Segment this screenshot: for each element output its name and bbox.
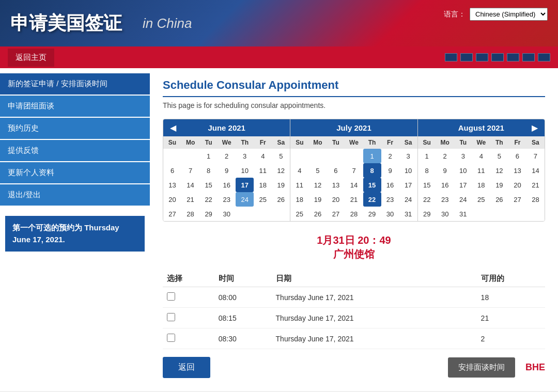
table-row[interactable]: 31 bbox=[399, 207, 417, 221]
appt-checkbox-0[interactable] bbox=[167, 292, 175, 301]
table-row[interactable]: 13 bbox=[508, 163, 526, 178]
table-row[interactable]: 27 bbox=[327, 207, 345, 221]
table-row[interactable]: 21 bbox=[181, 192, 199, 207]
table-row[interactable]: 12 bbox=[490, 163, 508, 178]
table-row[interactable]: 4 bbox=[290, 163, 308, 178]
table-row[interactable]: 29 bbox=[199, 207, 218, 221]
sidebar-item-group-appt[interactable]: 申请团组面谈 bbox=[0, 96, 150, 117]
table-row[interactable]: 12 bbox=[272, 163, 290, 178]
table-row[interactable]: 7 bbox=[181, 163, 199, 178]
table-row[interactable]: 27 bbox=[163, 207, 181, 221]
table-row[interactable]: 6 bbox=[163, 163, 181, 178]
table-row[interactable]: 1 bbox=[199, 149, 218, 163]
sidebar-item-feedback[interactable]: 提供反馈 bbox=[0, 140, 150, 161]
table-row[interactable]: 16 bbox=[381, 178, 399, 192]
language-select[interactable]: Chinese (Simplified) English bbox=[470, 8, 548, 21]
appt-checkbox-cell[interactable] bbox=[163, 287, 214, 308]
appt-checkbox-1[interactable] bbox=[167, 313, 175, 321]
table-row[interactable]: 3 bbox=[399, 149, 417, 163]
table-row[interactable]: 11 bbox=[290, 178, 308, 192]
table-row[interactable]: 24 bbox=[236, 192, 254, 207]
table-row[interactable]: 23 bbox=[436, 192, 454, 207]
table-row[interactable]: 16 bbox=[218, 178, 236, 192]
schedule-button[interactable]: 安排面谈时间 bbox=[448, 357, 515, 378]
sidebar-item-new-appt[interactable]: 新的签证申请 / 安排面谈时间 bbox=[0, 73, 150, 95]
sidebar-item-logout[interactable]: 退出/登出 bbox=[0, 184, 150, 206]
table-row[interactable]: 2 bbox=[218, 149, 236, 163]
table-row[interactable]: 19 bbox=[490, 178, 508, 192]
table-row[interactable]: 15 bbox=[363, 178, 381, 192]
appt-checkbox-cell[interactable] bbox=[163, 328, 214, 349]
table-row[interactable]: 11 bbox=[472, 163, 490, 178]
table-row[interactable]: 3 bbox=[454, 149, 472, 163]
table-row[interactable]: 28 bbox=[181, 207, 199, 221]
table-row[interactable]: 5 bbox=[308, 163, 327, 178]
sidebar-item-profile[interactable]: 更新个人资料 bbox=[0, 162, 150, 183]
table-row[interactable]: 3 bbox=[236, 149, 254, 163]
table-row[interactable]: 24 bbox=[399, 192, 417, 207]
table-row[interactable]: 20 bbox=[163, 192, 181, 207]
table-row[interactable]: 17 bbox=[236, 178, 254, 192]
table-row[interactable]: 15 bbox=[418, 178, 436, 192]
table-row[interactable]: 2 bbox=[381, 149, 399, 163]
table-row[interactable]: 27 bbox=[508, 192, 526, 207]
table-row[interactable]: 4 bbox=[472, 149, 490, 163]
table-row[interactable]: 19 bbox=[308, 192, 327, 207]
table-row[interactable]: 1 bbox=[363, 149, 381, 163]
table-row[interactable]: 10 bbox=[236, 163, 254, 178]
table-row[interactable]: 13 bbox=[163, 178, 181, 192]
table-row[interactable]: 7 bbox=[526, 149, 545, 163]
table-row[interactable]: 29 bbox=[418, 207, 436, 221]
back-button[interactable]: 返回 bbox=[163, 357, 210, 378]
table-row[interactable]: 29 bbox=[363, 207, 381, 221]
appt-checkbox-2[interactable] bbox=[167, 334, 175, 342]
table-row[interactable]: 25 bbox=[290, 207, 308, 221]
prev-month-button[interactable]: ◀ bbox=[166, 123, 180, 133]
table-row[interactable]: 30 bbox=[218, 207, 236, 221]
table-row[interactable]: 21 bbox=[526, 178, 545, 192]
table-row[interactable]: 9 bbox=[218, 163, 236, 178]
table-row[interactable]: 25 bbox=[254, 192, 272, 207]
table-row[interactable]: 22 bbox=[363, 192, 381, 207]
table-row[interactable]: 23 bbox=[218, 192, 236, 207]
appt-checkbox-cell[interactable] bbox=[163, 308, 214, 328]
table-row[interactable]: 24 bbox=[454, 192, 472, 207]
table-row[interactable]: 4 bbox=[254, 149, 272, 163]
table-row[interactable]: 15 bbox=[199, 178, 218, 192]
table-row[interactable]: 25 bbox=[472, 192, 490, 207]
table-row[interactable]: 14 bbox=[526, 163, 545, 178]
table-row[interactable]: 28 bbox=[345, 207, 363, 221]
table-row[interactable]: 19 bbox=[272, 178, 290, 192]
table-row[interactable]: 28 bbox=[526, 192, 545, 207]
table-row[interactable]: 30 bbox=[381, 207, 399, 221]
table-row[interactable]: 26 bbox=[272, 192, 290, 207]
table-row[interactable]: 8 bbox=[199, 163, 218, 178]
table-row[interactable]: 12 bbox=[308, 178, 327, 192]
table-row[interactable]: 18 bbox=[290, 192, 308, 207]
table-row[interactable]: 22 bbox=[199, 192, 218, 207]
table-row[interactable]: 10 bbox=[399, 163, 417, 178]
table-row[interactable]: 9 bbox=[381, 163, 399, 178]
table-row[interactable]: 2 bbox=[436, 149, 454, 163]
table-row[interactable]: 10 bbox=[454, 163, 472, 178]
table-row[interactable]: 1 bbox=[418, 149, 436, 163]
table-row[interactable]: 20 bbox=[508, 178, 526, 192]
table-row[interactable]: 23 bbox=[381, 192, 399, 207]
table-row[interactable]: 31 bbox=[454, 207, 472, 221]
table-row[interactable]: 5 bbox=[490, 149, 508, 163]
table-row[interactable]: 9 bbox=[436, 163, 454, 178]
table-row[interactable]: 7 bbox=[345, 163, 363, 178]
table-row[interactable]: 8 bbox=[418, 163, 436, 178]
sidebar-item-history[interactable]: 预约历史 bbox=[0, 118, 150, 139]
table-row[interactable]: 17 bbox=[454, 178, 472, 192]
table-row[interactable]: 13 bbox=[327, 178, 345, 192]
table-row[interactable]: 11 bbox=[254, 163, 272, 178]
table-row[interactable]: 21 bbox=[345, 192, 363, 207]
table-row[interactable]: 26 bbox=[308, 207, 327, 221]
table-row[interactable]: 18 bbox=[472, 178, 490, 192]
table-row[interactable]: 30 bbox=[436, 207, 454, 221]
table-row[interactable]: 14 bbox=[345, 178, 363, 192]
next-month-button[interactable]: ▶ bbox=[528, 123, 542, 133]
table-row[interactable]: 6 bbox=[508, 149, 526, 163]
table-row[interactable]: 17 bbox=[399, 178, 417, 192]
